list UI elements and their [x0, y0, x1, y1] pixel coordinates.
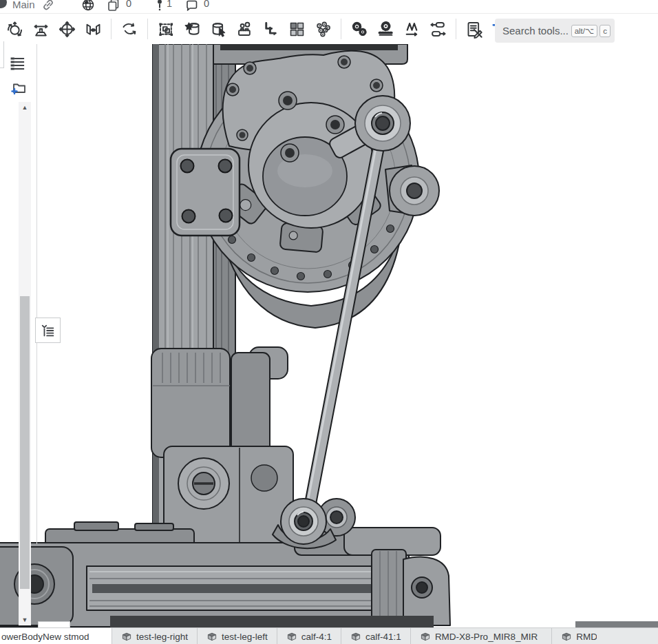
tool-button-translate[interactable]: [28, 17, 53, 41]
toolbar-separator: [341, 19, 341, 39]
translate-icon: [32, 20, 50, 39]
shortcut-alt-badge: alt/⌥: [571, 25, 598, 37]
tab-label: test-leg-right: [136, 632, 188, 642]
tool-button-select-part[interactable]: [206, 17, 231, 41]
tab-test-leg-right[interactable]: test-leg-right: [112, 628, 197, 644]
search-tools-input[interactable]: Search tools... alt/⌥ c: [495, 19, 615, 43]
shortcut-key-badge: c: [599, 25, 611, 37]
onshape-assembly-window: ▲ ▼ Main: [0, 0, 658, 644]
tab-label: owerBodyNew stmod: [1, 632, 89, 642]
insert-folder-button[interactable]: [10, 78, 30, 97]
branch-count: 0: [126, 0, 131, 9]
scroll-down-arrow[interactable]: ▼: [19, 614, 31, 625]
tool-button-linear-relation[interactable]: [425, 17, 450, 41]
tab-calf-41[interactable]: calf-41:1: [341, 628, 410, 644]
toolbar-separator: [456, 19, 456, 39]
belt-loops-icon: [429, 20, 447, 39]
pan-icon: [58, 20, 76, 39]
model-side-eyelet: [385, 165, 439, 216]
features-list-icon: [9, 54, 27, 72]
model-top-rod-end: [355, 96, 410, 151]
list-pencil-icon: [465, 20, 484, 39]
tab-test-leg-left[interactable]: test-leg-left: [197, 628, 277, 644]
tab-label: RMD: [576, 632, 597, 642]
box-select-icon: [157, 20, 176, 39]
tab-label: test-leg-left: [222, 632, 268, 642]
part-cursor-icon: [209, 20, 228, 39]
tool-button-edit-in-context[interactable]: [180, 17, 204, 41]
part-cube-icon: [420, 631, 431, 642]
tab-rmd-cut[interactable]: RMD: [551, 628, 597, 644]
tool-button-gear-relation[interactable]: [347, 17, 372, 41]
globe-icon[interactable]: [81, 0, 95, 12]
rack-pinion-icon: [376, 20, 395, 39]
folder-plus-icon: [10, 79, 28, 96]
part-cube-icon: [206, 631, 217, 642]
part-cube-icon: [286, 631, 297, 642]
tool-button-screw-relation[interactable]: [399, 17, 424, 41]
search-placeholder: Search tools...: [502, 25, 569, 37]
expand-list-icon: [40, 322, 56, 339]
tool-button-align-planes[interactable]: [81, 17, 105, 41]
circular-pattern-icon: [314, 20, 332, 39]
grid-pattern-icon: [288, 20, 306, 39]
tab-lowerbodynew[interactable]: owerBodyNew stmod: [0, 628, 112, 644]
tool-button-orbit[interactable]: [2, 17, 27, 41]
comment-count: 0: [204, 0, 209, 9]
orbit-icon: [6, 20, 24, 39]
flexible-arrows-icon: [120, 20, 139, 39]
branches-icon[interactable]: [107, 0, 120, 12]
left-panel-border: [36, 44, 37, 544]
panel-corner-fragment: [0, 41, 4, 68]
status-circle-icon: [0, 0, 7, 8]
tool-button-circular-pattern[interactable]: [310, 17, 335, 41]
standard-content-icon: [235, 20, 254, 39]
top-toolbar-area: Main: [0, 0, 658, 44]
tab-rmd-x8-pro[interactable]: RMD-X8-Pro_MIR8_MIR: [410, 628, 546, 644]
tool-button-box-select[interactable]: [153, 17, 178, 41]
tab-label: RMD-X8-Pro_MIR8_MIR: [435, 632, 538, 642]
vertical-scrollbar[interactable]: ▲ ▼: [19, 102, 31, 625]
tool-button-pan[interactable]: [54, 17, 79, 41]
tool-button-rack-pinion[interactable]: [373, 17, 398, 41]
scrollbar-thumb[interactable]: [20, 296, 30, 589]
tab-calf-4[interactable]: calf-4:1: [277, 628, 341, 644]
document-status-row: Main: [0, 0, 658, 14]
parallel-planes-icon: [84, 20, 103, 39]
toolbar-separator: [147, 19, 148, 39]
replicate-parts-icon: [262, 20, 280, 39]
3d-viewport[interactable]: [0, 0, 658, 644]
part-cube-icon: [561, 631, 572, 642]
document-tab-bar: owerBodyNew stmod test-leg-right test-: [0, 627, 658, 644]
tool-button-flexible[interactable]: [117, 17, 142, 41]
robot-leg-model: [0, 0, 658, 644]
toolbar-separator: [111, 19, 112, 39]
expand-instance-list-button[interactable]: [35, 318, 61, 343]
tool-button-linear-pattern[interactable]: [284, 17, 309, 41]
model-knee-clamp: [151, 347, 288, 457]
tool-button-named-positions[interactable]: [462, 17, 487, 41]
comment-icon[interactable]: [184, 0, 198, 12]
pin-count: 1: [167, 0, 172, 9]
tab-label: calf-41:1: [365, 632, 401, 642]
model-mount-plate: [171, 149, 240, 236]
tool-button-replicate[interactable]: [258, 17, 283, 41]
link-icon[interactable]: [41, 0, 55, 12]
features-list-button[interactable]: [9, 54, 28, 73]
scroll-up-arrow[interactable]: ▲: [19, 102, 31, 113]
part-cube-icon: [121, 631, 132, 642]
coil-arrow-icon: [403, 20, 421, 39]
tool-button-standard-content[interactable]: [232, 17, 257, 41]
pin-icon[interactable]: [153, 0, 167, 12]
part-star-icon: [183, 20, 202, 39]
gears-icon: [350, 20, 369, 39]
part-cube-icon: [350, 631, 361, 642]
workspace-name: Main: [12, 0, 35, 10]
tab-label: calf-4:1: [301, 632, 332, 642]
